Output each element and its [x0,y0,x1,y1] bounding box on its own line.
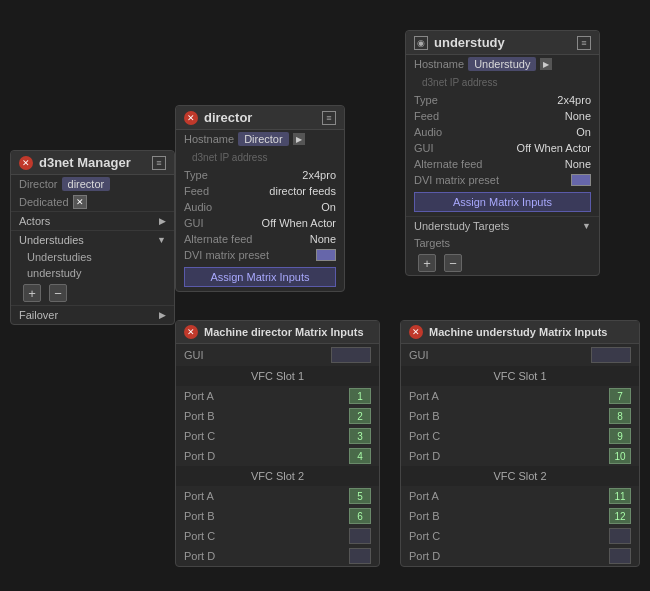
understudy-port-c2-value[interactable] [609,528,631,544]
understudy-item[interactable]: understudy [11,265,174,281]
understudy-icon[interactable]: ◉ [414,36,428,50]
director-dvi-label: DVI matrix preset [184,249,269,261]
understudy-port-b1-value[interactable]: 8 [609,408,631,424]
director-matrix-gui-row: GUI [176,344,379,366]
understudy-slot1-header: VFC Slot 1 [401,366,639,386]
director-title: director [204,110,316,125]
director-port-b2-value[interactable]: 6 [349,508,371,524]
director-gui-row: GUI Off When Actor [176,215,344,231]
director-gui-value: Off When Actor [262,217,336,229]
actors-section[interactable]: Actors ▶ [11,211,174,230]
understudy-targets-expand[interactable]: ▼ [582,221,591,231]
manager-close-btn[interactable]: ✕ [19,156,33,170]
understudies-add-btn[interactable]: + [23,284,41,302]
understudy-name: understudy [27,267,81,279]
director-type-value: 2x4pro [302,169,336,181]
understudies-section[interactable]: Understudies ▼ [11,230,174,249]
director-dvi-color[interactable] [316,249,336,261]
understudy-feed-row: Feed None [406,108,599,124]
understudy-targets-label: Understudy Targets [414,220,578,232]
understudy-port-a1-label: Port A [409,390,609,402]
understudy-targets-add-remove: + − [406,251,599,275]
director-hostname-label: Hostname [184,133,234,145]
understudy-port-b2-value[interactable]: 12 [609,508,631,524]
understudy-port-c1-value[interactable]: 9 [609,428,631,444]
actors-expand-icon[interactable]: ▶ [159,216,166,226]
director-ip-row: d3net IP address [176,148,344,167]
understudy-altfeed-value: None [565,158,591,170]
understudy-matrix-gui-row: GUI [401,344,639,366]
understudy-targets-value-label: Targets [414,237,450,249]
director-port-b2-label: Port B [184,510,349,522]
understudy-targets-remove-btn[interactable]: − [444,254,462,272]
director-port-b2: Port B 6 [176,506,379,526]
understudy-targets-section[interactable]: Understudy Targets ▼ [406,216,599,235]
understudy-assign-btn[interactable]: Assign Matrix Inputs [414,192,591,212]
director-matrix-close-btn[interactable]: ✕ [184,325,198,339]
director-port-b1-value[interactable]: 2 [349,408,371,424]
understudy-port-d1-value[interactable]: 10 [609,448,631,464]
understudy-port-b2-label: Port B [409,510,609,522]
director-close-btn[interactable]: ✕ [184,111,198,125]
understudy-hostname-row: Hostname Understudy ▶ [406,55,599,73]
understudy-port-a1-value[interactable]: 7 [609,388,631,404]
understudy-panel: ◉ understudy ≡ Hostname Understudy ▶ d3n… [405,30,600,276]
understudies-expand-icon[interactable]: ▼ [157,235,166,245]
director-port-a1-value[interactable]: 1 [349,388,371,404]
understudy-dvi-color[interactable] [571,174,591,186]
director-slot1-header: VFC Slot 1 [176,366,379,386]
director-audio-value: On [321,201,336,213]
director-port-c2-value[interactable] [349,528,371,544]
failover-section[interactable]: Failover ▶ [11,305,174,324]
understudy-gui-row: GUI Off When Actor [406,140,599,156]
understudy-header: ◉ understudy ≡ [406,31,599,55]
understudy-hostname-arrow[interactable]: ▶ [540,58,552,70]
understudy-type-value: 2x4pro [557,94,591,106]
understudy-port-b1: Port B 8 [401,406,639,426]
understudy-audio-label: Audio [414,126,442,138]
director-port-c1-value[interactable]: 3 [349,428,371,444]
understudy-targets-add-btn[interactable]: + [418,254,436,272]
director-port-a1: Port A 1 [176,386,379,406]
manager-settings-icon[interactable]: ≡ [152,156,166,170]
understudy-matrix-gui-value[interactable] [591,347,631,363]
understudy-matrix-gui-label: GUI [409,349,591,361]
understudy-feed-label: Feed [414,110,439,122]
director-altfeed-value: None [310,233,336,245]
director-panel: ✕ director ≡ Hostname Director ▶ d3net I… [175,105,345,292]
understudy-port-d1: Port D 10 [401,446,639,466]
understudy-feed-value: None [565,110,591,122]
understudy-hostname-value[interactable]: Understudy [468,57,536,71]
director-altfeed-label: Alternate feed [184,233,253,245]
director-type-row: Type 2x4pro [176,167,344,183]
director-port-d1-value[interactable]: 4 [349,448,371,464]
understudy-settings-icon[interactable]: ≡ [577,36,591,50]
understudy-title: understudy [434,35,571,50]
understudy-hostname-label: Hostname [414,58,464,70]
understudy-dvi-row: DVI matrix preset [406,172,599,188]
director-altfeed-row: Alternate feed None [176,231,344,247]
director-matrix-gui-value[interactable] [331,347,371,363]
director-hostname-arrow[interactable]: ▶ [293,133,305,145]
dedicated-label: Dedicated [19,196,69,208]
director-audio-row: Audio On [176,199,344,215]
director-port-d2-value[interactable] [349,548,371,564]
director-port-a1-label: Port A [184,390,349,402]
director-port-b1: Port B 2 [176,406,379,426]
failover-expand-icon[interactable]: ▶ [159,310,166,320]
understudy-port-d2-value[interactable] [609,548,631,564]
understudy-type-label: Type [414,94,438,106]
dedicated-checkbox[interactable]: ✕ [73,195,87,209]
director-feed-label: Feed [184,185,209,197]
director-settings-icon[interactable]: ≡ [322,111,336,125]
director-assign-btn[interactable]: Assign Matrix Inputs [184,267,336,287]
understudy-port-a2-value[interactable]: 11 [609,488,631,504]
director-value[interactable]: director [62,177,111,191]
director-port-a2-value[interactable]: 5 [349,488,371,504]
understudies-remove-btn[interactable]: − [49,284,67,302]
understudy-port-a2-label: Port A [409,490,609,502]
director-slot2-header: VFC Slot 2 [176,466,379,486]
director-hostname-value[interactable]: Director [238,132,289,146]
understudy-matrix-close-btn[interactable]: ✕ [409,325,423,339]
understudy-port-c1: Port C 9 [401,426,639,446]
